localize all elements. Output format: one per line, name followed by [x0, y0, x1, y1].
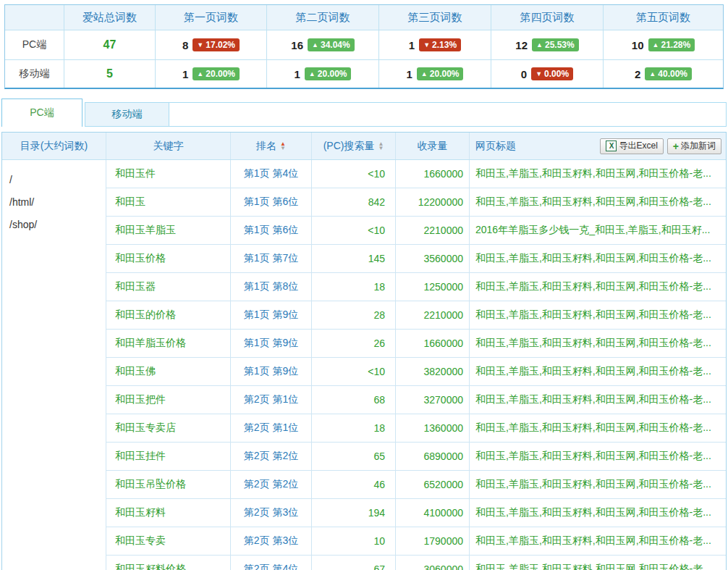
page-title-cell: 和田玉,羊脂玉,和田玉籽料,和田玉网,和田玉价格-老...: [470, 443, 726, 470]
search-volume-cell: 194: [312, 499, 396, 527]
keyword-cell[interactable]: 和田玉挂件: [106, 443, 231, 470]
index-count-cell: 12200000: [396, 188, 470, 216]
keyword-cell[interactable]: 和田玉籽料价格: [106, 556, 231, 570]
table-row: 和田玉籽料第2页 第3位1944100000和田玉,羊脂玉,和田玉籽料,和田玉网…: [106, 499, 726, 527]
keyword-cell[interactable]: 和田玉籽料: [106, 499, 231, 527]
sort-down-icon: ▼: [378, 146, 384, 151]
index-count-cell: 3270000: [396, 386, 470, 414]
arrow-down-icon: ▼: [197, 42, 203, 49]
table-row: 和田玉羊脂玉第1页 第6位<1022100002016年羊脂玉多少钱一克_和田玉…: [106, 217, 726, 245]
page-title-cell: 和田玉,羊脂玉,和田玉籽料,和田玉网,和田玉价格-老...: [470, 160, 726, 188]
directory-item[interactable]: /html/: [9, 191, 98, 214]
metric-value: 0: [521, 68, 527, 80]
summary-metric-cell: 1▲20.00%: [156, 60, 267, 88]
arrow-up-icon: ▲: [536, 42, 543, 49]
metric-value: 1: [407, 68, 412, 80]
summary-column-header: 第一页词数: [156, 5, 267, 30]
arrow-up-icon: ▲: [653, 42, 659, 49]
change-percent: 20.00%: [430, 69, 460, 79]
keyword-cell[interactable]: 和田玉吊坠价格: [106, 471, 231, 498]
keyword-table-body: //html//shop/ 和田玉件第1页 第4位<101660000和田玉,羊…: [2, 160, 726, 570]
rank-cell: 第1页 第7位: [231, 245, 312, 272]
excel-icon: X: [606, 141, 617, 151]
index-count-cell: 1360000: [396, 414, 470, 442]
summary-corner-cell: [5, 5, 64, 30]
keyword-cell[interactable]: 和田羊脂玉价格: [106, 330, 231, 357]
table-row: 和田玉专卖第2页 第3位101790000和田玉,羊脂玉,和田玉籽料,和田玉网,…: [106, 527, 726, 556]
change-badge: ▲20.00%: [417, 67, 464, 80]
metric-value: 1: [182, 68, 188, 80]
change-percent: 2.13%: [432, 40, 457, 50]
page-title-cell: 和田玉,羊脂玉,和田玉籽料,和田玉网,和田玉价格-老...: [470, 301, 726, 329]
search-volume-cell: 68: [312, 386, 396, 414]
change-percent: 17.02%: [206, 40, 235, 50]
page-title-cell: 和田玉,羊脂玉,和田玉籽料,和田玉网,和田玉价格-老...: [470, 471, 726, 498]
keyword-cell[interactable]: 和田玉器: [106, 273, 231, 301]
index-count-cell: 3560000: [396, 245, 470, 272]
page-title-cell: 和田玉,羊脂玉,和田玉籽料,和田玉网,和田玉价格-老...: [470, 386, 726, 414]
keyword-cell[interactable]: 和田玉价格: [106, 245, 231, 272]
tab-pc[interactable]: PC端: [1, 99, 82, 127]
arrow-up-icon: ▲: [309, 71, 316, 77]
search-volume-cell: 65: [312, 443, 396, 470]
keyword-cell[interactable]: 和田玉专卖店: [106, 414, 231, 442]
summary-column-header: 第五页词数: [604, 5, 723, 30]
summary-metric-cell: 1▲20.00%: [267, 60, 379, 88]
keyword-cell[interactable]: 和田玉: [106, 188, 231, 216]
summary-column-header: 爱站总词数: [64, 5, 156, 30]
tab-mobile[interactable]: 移动端: [85, 102, 169, 127]
search-volume-cell: 28: [312, 301, 396, 329]
search-volume-cell: <10: [312, 217, 396, 244]
table-row: 和田玉的价格第1页 第9位282210000和田玉,羊脂玉,和田玉籽料,和田玉网…: [106, 301, 726, 330]
page-title-cell: 和田玉,羊脂玉,和田玉籽料,和田玉网,和田玉价格-老...: [470, 273, 726, 301]
sort-icon[interactable]: ▲▼: [280, 142, 286, 151]
index-count-cell: 1790000: [396, 527, 470, 555]
directory-item[interactable]: /shop/: [9, 214, 98, 236]
directory-item[interactable]: /: [9, 169, 98, 191]
summary-row: PC端478▼17.02%16▲34.04%1▼2.13%12▲25.53%10…: [5, 30, 723, 59]
summary-total-count: 5: [64, 60, 156, 88]
keyword-table-header: 目录(大约词数)关键字排名▲▼(PC)搜索量▲▼收录量网页标题X导出Excel+…: [2, 133, 726, 160]
arrow-up-icon: ▲: [421, 71, 428, 77]
add-keyword-button[interactable]: +添加新词: [667, 138, 721, 154]
keyword-cell[interactable]: 和田玉件: [106, 160, 231, 188]
keyword-cell[interactable]: 和田玉羊脂玉: [106, 217, 231, 244]
export-excel-button[interactable]: X导出Excel: [600, 138, 663, 154]
page-title-cell: 和田玉,羊脂玉,和田玉籽料,和田玉网,和田玉价格-老...: [470, 330, 726, 357]
rank-cell: 第2页 第1位: [231, 386, 312, 414]
plus-icon: +: [673, 141, 679, 151]
page-title-cell: 和田玉,羊脂玉,和田玉籽料,和田玉网,和田玉价格-老...: [470, 245, 726, 272]
summary-metric-cell: 2▲40.00%: [604, 60, 723, 88]
keyword-cell[interactable]: 和田玉的价格: [106, 301, 231, 329]
change-badge: ▲34.04%: [308, 38, 355, 51]
export-excel-label: 导出Excel: [619, 140, 657, 152]
page-title-cell: 和田玉,羊脂玉,和田玉籽料,和田玉网,和田玉价格-老...: [470, 527, 726, 555]
index-count-cell: 4100000: [396, 499, 470, 527]
change-percent: 20.00%: [206, 69, 235, 79]
search-volume-cell: 145: [312, 245, 396, 272]
column-header-label: 收录量: [418, 140, 448, 153]
column-header-label: 排名: [256, 140, 276, 153]
metric-value: 8: [182, 39, 188, 51]
add-keyword-label: 添加新词: [681, 140, 716, 152]
tab-bar-filler: [169, 102, 727, 127]
keyword-cell[interactable]: 和田玉把件: [106, 386, 231, 414]
column-header-label: 目录(大约词数): [20, 140, 88, 153]
change-badge: ▼2.13%: [419, 38, 461, 51]
summary-metric-cell: 10▲21.28%: [604, 30, 723, 59]
page-title-cell: 和田玉,羊脂玉,和田玉籽料,和田玉网,和田玉价格-老...: [470, 188, 726, 216]
column-header-search[interactable]: (PC)搜索量▲▼: [312, 133, 396, 159]
summary-metric-cell: 16▲34.04%: [267, 30, 379, 59]
summary-total-count: 47: [64, 30, 156, 59]
keyword-cell[interactable]: 和田玉专卖: [106, 527, 231, 555]
metric-value: 16: [291, 39, 303, 51]
sort-icon[interactable]: ▲▼: [378, 142, 384, 151]
keyword-cell[interactable]: 和田玉佛: [106, 358, 231, 385]
summary-table: 爱站总词数第一页词数第二页词数第三页词数第四页词数第五页词数 PC端478▼17…: [4, 4, 724, 89]
rank-cell: 第2页 第2位: [231, 443, 312, 470]
column-header-rank[interactable]: 排名▲▼: [231, 133, 312, 159]
metric-value: 12: [515, 39, 528, 51]
summary-column-header: 第二页词数: [267, 5, 379, 30]
index-count-cell: 3820000: [396, 358, 470, 385]
summary-row-label: PC端: [5, 30, 64, 59]
